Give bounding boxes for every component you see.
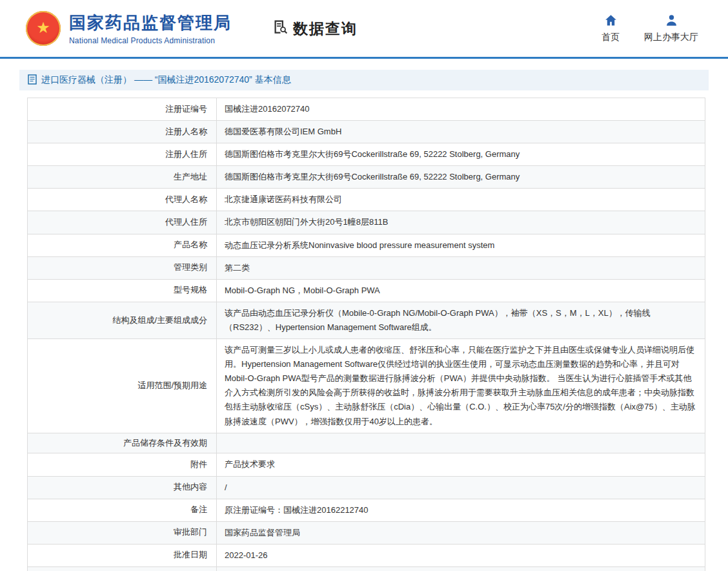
table-row: 适用范围/预期用途该产品可测量三岁以上小儿或成人患者的收缩压、舒张压和心率，只能… xyxy=(28,339,705,433)
row-value: 原注册证编号：国械注进20162212740 xyxy=(217,499,705,521)
breadcrumb: 进口医疗器械（注册） —— “国械注进20162072740” 基本信息 xyxy=(19,70,709,90)
row-label: 产品名称 xyxy=(28,234,217,256)
data-query-title: 数据查询 xyxy=(272,18,358,39)
table-row: 生效日期2022-01-26 xyxy=(28,566,705,571)
table-row: 附件产品技术要求 xyxy=(28,453,705,476)
table-row: 管理类别第二类 xyxy=(28,256,705,279)
row-label: 批准日期 xyxy=(28,544,217,566)
home-icon xyxy=(604,14,618,29)
row-value: 2022-01-26 xyxy=(217,544,705,566)
emblem-star-icon: ★ xyxy=(36,20,50,36)
table-row: 备注原注册证编号：国械注进20162212740 xyxy=(28,499,705,521)
row-value: 国械注进20162072740 xyxy=(217,98,705,121)
row-value: Mobil-O-Graph NG，Mobil-O-Graph PWA xyxy=(217,279,705,302)
site-header: ★ 国家药品监督管理局 National Medical Products Ad… xyxy=(0,0,728,57)
table-row: 代理人名称北京捷通康诺医药科技有限公司 xyxy=(28,189,705,211)
row-value: / xyxy=(217,476,705,499)
table-row: 代理人住所北京市朝阳区朝阳门外大街20号1幢8层811B xyxy=(28,211,705,234)
row-label: 审批部门 xyxy=(28,521,217,544)
row-label: 结构及组成/主要组成成分 xyxy=(28,302,217,338)
row-value: 北京市朝阳区朝阳门外大街20号1幢8层811B xyxy=(217,211,705,234)
registration-info-table: 注册证编号国械注进20162072740 注册人名称德国爱医慕有限公司IEM G… xyxy=(27,98,705,571)
row-label: 注册人名称 xyxy=(28,121,217,143)
row-value: 动态血压记录分析系统Noninvasive blood pressure mea… xyxy=(217,234,705,256)
row-value: 德国斯图伯格市考克里尔大街69号Cockerillstraße 69, 5222… xyxy=(217,143,705,166)
table-row: 型号规格Mobil-O-Graph NG，Mobil-O-Graph PWA xyxy=(28,279,705,302)
person-icon xyxy=(665,14,678,29)
nmpa-logo: ★ xyxy=(26,11,61,46)
row-value: 2022-01-26 xyxy=(217,566,705,571)
document-icon xyxy=(28,74,37,87)
table-row: 审批部门国家药品监督管理局 xyxy=(28,521,705,544)
row-value: 该产品可测量三岁以上小儿或成人患者的收缩压、舒张压和心率，只能在医疗监护之下并且… xyxy=(217,339,705,433)
table-row: 注册人住所德国斯图伯格市考克里尔大街69号Cockerillstraße 69,… xyxy=(28,143,705,166)
table-row: 产品名称动态血压记录分析系统Noninvasive blood pressure… xyxy=(28,234,705,256)
row-value: 该产品由动态血压记录分析仪（Mobile-0-Graph NG/Mobil-O-… xyxy=(217,302,705,338)
row-value: 德国爱医慕有限公司IEM GmbH xyxy=(217,121,705,143)
row-value: 德国斯图伯格市考克里尔大街69号Cockerillstraße 69, 5222… xyxy=(217,166,705,189)
table-row: 注册人名称德国爱医慕有限公司IEM GmbH xyxy=(28,121,705,143)
row-label: 代理人名称 xyxy=(28,189,217,211)
row-label: 生效日期 xyxy=(28,566,217,571)
table-row: 产品储存条件及有效期 xyxy=(28,433,705,453)
nav-hall-label: 网上办事大厅 xyxy=(644,32,698,43)
row-label: 代理人住所 xyxy=(28,211,217,234)
data-query-icon xyxy=(272,18,289,39)
row-label: 附件 xyxy=(28,453,217,476)
row-label: 注册证编号 xyxy=(28,98,217,121)
row-value: 北京捷通康诺医药科技有限公司 xyxy=(217,189,705,211)
row-label: 其他内容 xyxy=(28,476,217,499)
nav-home[interactable]: 首页 xyxy=(602,14,620,43)
header-nav: 首页 网上办事大厅 xyxy=(602,14,698,43)
row-label: 产品储存条件及有效期 xyxy=(28,433,217,453)
row-value: 国家药品监督管理局 xyxy=(217,521,705,544)
nav-online-hall[interactable]: 网上办事大厅 xyxy=(644,14,698,43)
row-value xyxy=(217,433,705,453)
table-row: 结构及组成/主要组成成分该产品由动态血压记录分析仪（Mobile-0-Graph… xyxy=(28,302,705,338)
row-value: 产品技术要求 xyxy=(217,453,705,476)
header-divider xyxy=(0,57,728,59)
table-row: 批准日期2022-01-26 xyxy=(28,544,705,566)
row-label: 型号规格 xyxy=(28,279,217,302)
row-label: 备注 xyxy=(28,499,217,521)
breadcrumb-text: 进口医疗器械（注册） —— “国械注进20162072740” 基本信息 xyxy=(41,74,291,86)
row-label: 注册人住所 xyxy=(28,143,217,166)
brand-block: 国家药品监督管理局 National Medical Products Admi… xyxy=(69,12,232,45)
table-row: 其他内容/ xyxy=(28,476,705,499)
row-label: 适用范围/预期用途 xyxy=(28,339,217,433)
data-query-label: 数据查询 xyxy=(293,19,358,39)
table-row: 注册证编号国械注进20162072740 xyxy=(28,98,705,121)
nav-home-label: 首页 xyxy=(602,32,620,43)
org-name-en: National Medical Products Administration xyxy=(69,36,232,45)
row-value: 第二类 xyxy=(217,256,705,279)
table-row: 生产地址德国斯图伯格市考克里尔大街69号Cockerillstraße 69, … xyxy=(28,166,705,189)
row-label: 管理类别 xyxy=(28,256,217,279)
row-label: 生产地址 xyxy=(28,166,217,189)
org-name-cn: 国家药品监督管理局 xyxy=(69,12,232,34)
